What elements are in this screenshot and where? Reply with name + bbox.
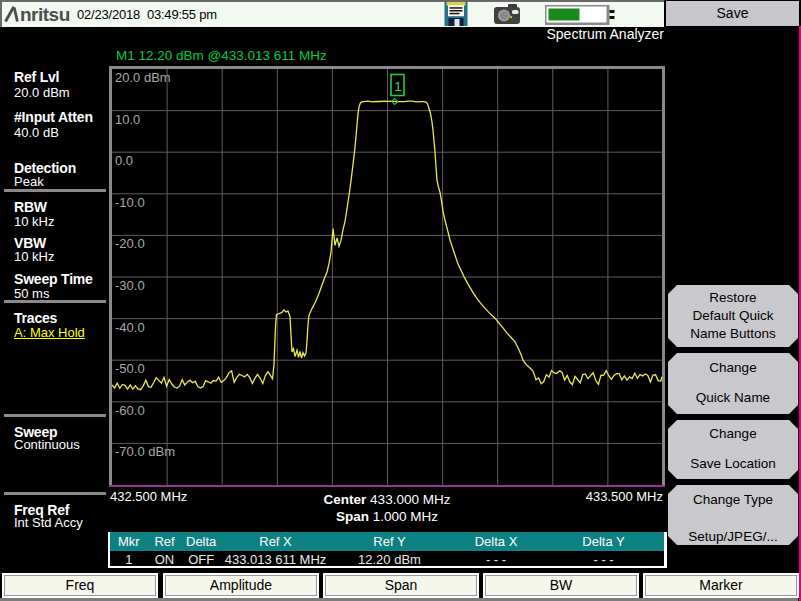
svg-text:nritsu: nritsu [20,4,70,24]
svg-text:-50.0: -50.0 [115,361,145,376]
svg-text:-10.0: -10.0 [115,195,145,210]
svg-text:-30.0: -30.0 [115,278,145,293]
svg-text:0.0: 0.0 [115,153,133,168]
svg-text:-70.0 dBm: -70.0 dBm [115,444,175,459]
svg-text:-40.0: -40.0 [115,320,145,335]
svg-text:10.0: 10.0 [115,112,140,127]
svg-text:-20.0: -20.0 [115,236,145,251]
svg-text:-60.0: -60.0 [115,403,145,418]
svg-text:20.0 dBm: 20.0 dBm [115,70,171,85]
svg-text:1: 1 [394,79,402,94]
